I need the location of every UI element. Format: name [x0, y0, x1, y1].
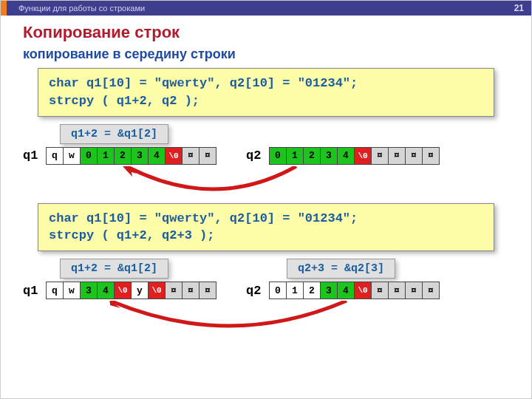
memory-cell: 0	[80, 147, 98, 165]
memory-cell: 2	[303, 282, 321, 299]
pointer-annotation: q1+2 = &q1[2]	[60, 259, 168, 279]
memory-cell: w	[63, 147, 81, 165]
memory-cell: \0	[354, 147, 372, 165]
memory-cell: ¤	[182, 147, 200, 165]
memory-cell: ¤	[371, 282, 389, 299]
memory-cell: 4	[337, 282, 355, 299]
header-title: Функции для работы со строками	[18, 1, 145, 16]
memory-cell: w	[63, 282, 81, 299]
array-label-q2: q2	[246, 149, 265, 163]
memory-row-ex1: q1 qw01234\0¤¤ q2 01234\0¤¤¤¤	[23, 147, 509, 165]
memory-cell: ¤	[422, 147, 440, 165]
memory-cell: ¤	[182, 282, 200, 299]
array-cells-q1: qw01234\0¤¤	[47, 147, 216, 165]
memory-cell: 1	[286, 147, 304, 165]
pointer-annotation: q2+3 = &q2[3]	[287, 259, 395, 279]
memory-cell: 2	[114, 147, 132, 165]
memory-cell: ¤	[388, 282, 406, 299]
memory-cell: \0	[354, 282, 372, 299]
memory-row-ex2: q1 qw34\0y\0¤¤¤ q2 01234\0¤¤¤¤	[23, 282, 509, 299]
memory-cell: 0	[269, 147, 287, 165]
array-cells-q2: 01234\0¤¤¤¤	[270, 282, 440, 299]
arrow-diagram-2	[23, 301, 509, 333]
memory-cell: q	[46, 282, 64, 299]
memory-cell: q	[46, 147, 64, 165]
memory-cell: 1	[97, 147, 115, 165]
array-label-q1: q1	[23, 149, 42, 163]
code-line: strcpy ( q1+2, q2 );	[49, 92, 483, 110]
array-cells-q1: qw34\0y\0¤¤¤	[47, 282, 216, 299]
accent-tab	[1, 1, 7, 16]
memory-cell: 0	[269, 282, 287, 299]
memory-cell: 4	[97, 282, 115, 299]
memory-cell: ¤	[405, 282, 423, 299]
memory-cell: 2	[303, 147, 321, 165]
code-block-2: char q1[10] = "qwerty", q2[10] = "01234"…	[38, 203, 494, 252]
memory-cell: ¤	[388, 147, 406, 165]
memory-cell: 3	[320, 147, 338, 165]
memory-cell: 3	[320, 282, 338, 299]
memory-cell: 4	[148, 147, 166, 165]
code-block-1: char q1[10] = "qwerty", q2[10] = "01234"…	[38, 68, 494, 117]
page-number: 21	[514, 1, 524, 16]
memory-cell: 1	[286, 282, 304, 299]
array-label-q1: q1	[23, 284, 42, 298]
array-cells-q2: 01234\0¤¤¤¤	[270, 147, 440, 165]
memory-cell: ¤	[422, 282, 440, 299]
slide-header: Функции для работы со строками 21	[1, 1, 531, 16]
memory-cell: \0	[148, 282, 166, 299]
page-subtitle: копирование в середину строки	[23, 47, 509, 62]
code-line: char q1[10] = "qwerty", q2[10] = "01234"…	[49, 210, 483, 228]
memory-cell: \0	[165, 147, 183, 165]
code-line: strcpy ( q1+2, q2+3 );	[49, 227, 483, 245]
memory-cell: ¤	[165, 282, 183, 299]
memory-cell: 3	[131, 147, 149, 165]
arrow-diagram-1	[23, 166, 509, 199]
memory-cell: 4	[337, 147, 355, 165]
memory-cell: \0	[114, 282, 132, 299]
memory-cell: ¤	[371, 147, 389, 165]
memory-cell: ¤	[199, 282, 216, 299]
array-label-q2: q2	[246, 284, 265, 298]
code-line: char q1[10] = "qwerty", q2[10] = "01234"…	[49, 75, 483, 92]
pointer-annotation: q1+2 = &q1[2]	[60, 124, 168, 144]
memory-cell: y	[131, 282, 149, 299]
slide-content: Копирование строк копирование в середину…	[1, 16, 531, 341]
memory-cell: 3	[80, 282, 98, 299]
memory-cell: ¤	[405, 147, 423, 165]
page-title: Копирование строк	[23, 23, 509, 42]
memory-cell: ¤	[199, 147, 216, 165]
